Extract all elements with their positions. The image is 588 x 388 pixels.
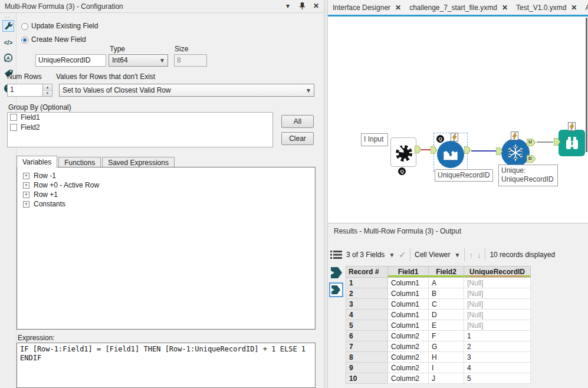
question-anchor-badge: Q: [436, 135, 444, 143]
field-name-input[interactable]: UniqueRecordID: [35, 54, 106, 67]
connection-gray[interactable]: [537, 142, 553, 143]
canvas-vertical-scrollbar[interactable]: [586, 18, 587, 152]
workflow-canvas[interactable]: I Input Q Q Uni: [328, 17, 588, 223]
multi-row-formula-tool[interactable]: [437, 141, 464, 168]
table-row[interactable]: 4Column1D[Null]: [346, 310, 531, 320]
close-icon[interactable]: ✕: [571, 4, 577, 12]
expand-plus-icon[interactable]: +: [23, 182, 29, 189]
chevron-down-icon[interactable]: ▼: [454, 252, 460, 258]
spinner-up-icon[interactable]: ▲: [43, 84, 52, 91]
browse-tool[interactable]: [559, 130, 585, 156]
unique-annotation-box[interactable]: Unique:UniqueRecordID: [498, 165, 558, 186]
tree-item-label: Constants: [34, 200, 65, 208]
table-row[interactable]: 1Column1A[Null]: [346, 278, 531, 288]
col-header-uniquerecordid[interactable]: UniqueRecordID: [464, 267, 531, 278]
num-rows-spinner[interactable]: 1 ▲▼: [7, 84, 52, 97]
snowflake-icon: [506, 143, 525, 162]
tab-test-v1[interactable]: Test_V1.0.yxmd✕: [516, 4, 577, 12]
input-annotation-box[interactable]: I Input: [361, 133, 388, 146]
code-icon[interactable]: </>: [2, 37, 14, 48]
table-row[interactable]: 7Column2G2: [346, 341, 531, 352]
input-anchor[interactable]: [431, 146, 437, 154]
tab-functions[interactable]: Functions: [58, 157, 101, 167]
clear-button[interactable]: Clear: [281, 132, 314, 145]
col-header-field1[interactable]: Field1: [388, 267, 429, 278]
col-header-record[interactable]: Record #: [346, 267, 388, 278]
group-field-row[interactable]: Field2: [8, 123, 272, 133]
duplicate-output-anchor[interactable]: D: [527, 155, 536, 163]
input-anchor[interactable]: [554, 138, 560, 146]
expand-plus-icon[interactable]: +: [23, 201, 29, 208]
cell-viewer-label[interactable]: Cell Viewer: [415, 251, 450, 259]
tab-saved-expressions[interactable]: Saved Expressions: [102, 157, 175, 167]
close-icon[interactable]: ✕: [312, 2, 320, 10]
unique-tool[interactable]: [501, 139, 530, 167]
move-down-icon[interactable]: ↓: [477, 251, 481, 259]
table-row[interactable]: 8Column2H3: [346, 352, 531, 363]
variables-tree[interactable]: +Row -1 +Row +0 - Active Row +Row +1 +Co…: [17, 167, 316, 330]
fields-summary[interactable]: 3 of 3 Fields: [346, 251, 385, 259]
output-anchor[interactable]: [464, 146, 471, 154]
all-button[interactable]: All: [281, 115, 314, 128]
close-icon[interactable]: ✕: [395, 4, 401, 12]
connection-blue[interactable]: [471, 150, 498, 152]
annotation-line: Unique:: [501, 166, 525, 175]
strip-handle-icon: ⋯: [4, 14, 11, 20]
run-bolt-badge: [511, 131, 518, 140]
table-row[interactable]: 9Column2I4: [346, 363, 531, 373]
input-anchor[interactable]: [496, 147, 502, 155]
values-option-value: Set to Values of Closest Valid Row: [63, 86, 171, 94]
expression-tabstrip: Variables Functions Saved Expressions: [17, 156, 176, 167]
panel-menu-caret-icon[interactable]: ▾: [284, 2, 292, 10]
macro-input-tool[interactable]: Q: [390, 137, 416, 167]
table-row[interactable]: 10Column2J5: [346, 373, 531, 384]
workspace-panel: Interface Designer✕ challenge_7_start_fi…: [328, 0, 588, 388]
tree-item-constants[interactable]: +Constants: [17, 199, 315, 209]
close-icon[interactable]: ✕: [502, 4, 508, 12]
panel-splitter[interactable]: [324, 0, 328, 388]
move-up-icon[interactable]: ↑: [469, 251, 473, 259]
field1-checkbox[interactable]: [10, 114, 17, 121]
tree-item-row-0[interactable]: +Row +0 - Active Row: [17, 180, 315, 190]
configuration-wrench-icon[interactable]: [2, 20, 14, 32]
table-list-icon[interactable]: [330, 250, 342, 259]
group-by-list[interactable]: Field1 Field2: [7, 112, 273, 147]
tab-interface-designer[interactable]: Interface Designer✕: [333, 4, 401, 12]
connection-output-selected-icon[interactable]: [329, 282, 343, 297]
type-dropdown-value: Int64: [112, 56, 128, 64]
tree-item-row-minus1[interactable]: +Row -1: [17, 171, 315, 180]
tab-challenge-7-start-file[interactable]: challenge_7_start_file.yxmd✕: [409, 4, 508, 12]
col-header-field2[interactable]: Field2: [429, 267, 464, 278]
unique-output-anchor[interactable]: U: [527, 139, 536, 146]
output-anchor[interactable]: [415, 146, 421, 153]
radio-create-new-label: Create New Field: [31, 35, 86, 44]
table-row[interactable]: 3Column1C[Null]: [346, 299, 531, 310]
expand-plus-icon[interactable]: +: [23, 173, 29, 179]
radio-create-new-field[interactable]: [21, 37, 28, 44]
group-field-row[interactable]: Field1: [8, 113, 272, 123]
config-panel: Multi-Row Formula (3) - Configuration ▾ …: [0, 0, 324, 388]
field1-label: Field1: [21, 113, 40, 121]
annotation-icon[interactable]: A: [2, 52, 14, 64]
field2-checkbox[interactable]: [10, 124, 17, 131]
tab-almm[interactable]: ALMM_C: [585, 4, 588, 12]
tree-item-row-plus1[interactable]: +Row +1: [17, 190, 315, 199]
type-label: Type: [110, 45, 125, 53]
expression-editor[interactable]: IF [Row-1:Field1] = [Field1] THEN [Row-1…: [17, 343, 316, 388]
chevron-down-icon[interactable]: ▼: [389, 252, 395, 258]
radio-update-existing-field[interactable]: [21, 23, 28, 30]
table-row[interactable]: 5Column1E[Null]: [346, 320, 531, 331]
document-tabbar: Interface Designer✕ challenge_7_start_fi…: [328, 0, 588, 15]
expand-plus-icon[interactable]: +: [23, 192, 29, 198]
tab-variables[interactable]: Variables: [17, 156, 57, 167]
table-row[interactable]: 2Column1B[Null]: [346, 288, 531, 299]
mrf-annotation-box[interactable]: UniqueRecordID: [435, 169, 493, 182]
results-grid[interactable]: Record # Field1 Field2 UniqueRecordID 1C…: [346, 266, 531, 384]
type-dropdown[interactable]: Int64▼: [109, 54, 168, 67]
pin-icon[interactable]: [298, 2, 306, 10]
values-option-dropdown[interactable]: Set to Values of Closest Valid Row▼: [59, 84, 314, 97]
apply-check-icon[interactable]: ✓: [399, 250, 406, 259]
table-row[interactable]: 6Column2F1: [346, 331, 531, 341]
spinner-down-icon[interactable]: ▼: [43, 91, 52, 97]
connection-output-icon[interactable]: [331, 267, 343, 278]
